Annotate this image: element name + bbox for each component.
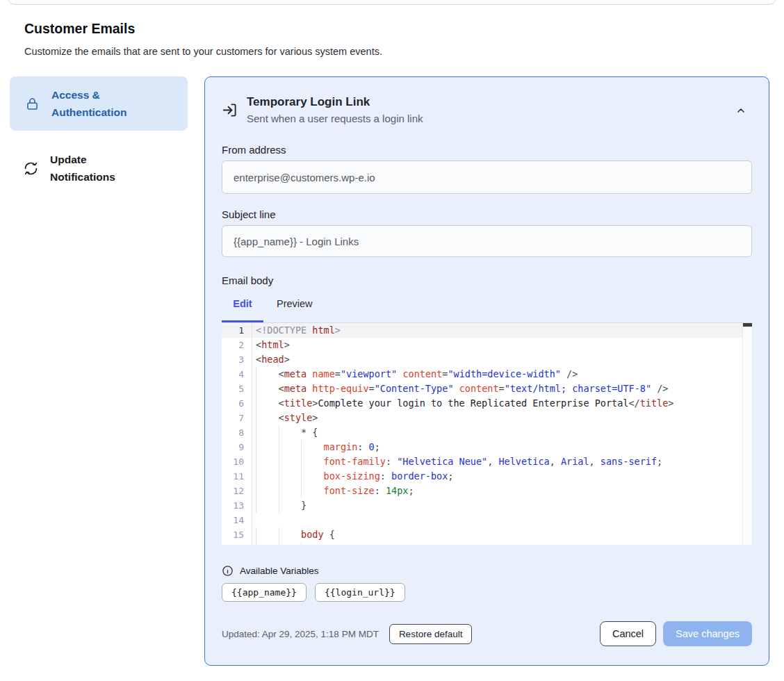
- line-code: background-color: #f8f9fb;: [252, 542, 743, 545]
- line-number: 3: [222, 352, 252, 367]
- code-line[interactable]: 3<head>: [222, 352, 743, 367]
- card-footer: Updated: Apr 29, 2025, 1:18 PM MDT Resto…: [222, 621, 752, 646]
- line-number: 9: [222, 440, 252, 454]
- code-line[interactable]: 6<title>Complete your login to the Repli…: [222, 396, 743, 411]
- code-line[interactable]: 14: [222, 513, 743, 527]
- updated-timestamp: Updated: Apr 29, 2025, 1:18 PM MDT: [222, 629, 379, 639]
- email-types-sidebar: Access & Authentication Update Notificat…: [10, 76, 188, 194]
- sidebar-item-update-notifications[interactable]: Update Notifications: [10, 142, 188, 194]
- line-code: margin: 0;: [252, 440, 743, 454]
- subject-line-label: Subject line: [222, 208, 752, 220]
- line-code: * {: [252, 425, 743, 440]
- line-number: 12: [222, 484, 252, 498]
- line-code: font-family: "Helvetica Neue", Helvetica…: [252, 454, 743, 469]
- code-line[interactable]: 9margin: 0;: [222, 440, 743, 454]
- code-editor[interactable]: 1<!DOCTYPE html>2<html>3<head>4<meta nam…: [222, 322, 752, 545]
- line-code: }: [252, 498, 743, 513]
- from-address-input[interactable]: [222, 161, 752, 194]
- code-line[interactable]: 13}: [222, 498, 743, 513]
- cut-off-container-above: [7, 0, 777, 5]
- tab-preview[interactable]: Preview: [277, 293, 313, 322]
- chevron-up-icon: [735, 105, 746, 116]
- line-number: 7: [222, 411, 252, 425]
- line-code: <html>: [252, 338, 743, 352]
- code-line[interactable]: 12font-size: 14px;: [222, 484, 743, 498]
- refresh-icon: [24, 161, 38, 176]
- code-line[interactable]: 10font-family: "Helvetica Neue", Helveti…: [222, 454, 743, 469]
- card-title: Temporary Login Link: [247, 94, 423, 110]
- line-code: <!DOCTYPE html>: [252, 323, 743, 338]
- card-subtitle: Sent when a user requests a login link: [247, 111, 423, 126]
- line-code: <style>: [252, 411, 743, 425]
- cancel-button[interactable]: Cancel: [600, 621, 656, 646]
- email-body-tabs: Edit Preview: [222, 293, 752, 322]
- line-code: <meta http-equiv="Content-Type" content=…: [252, 381, 743, 396]
- line-number: 13: [222, 498, 252, 513]
- sidebar-item-access-authentication[interactable]: Access & Authentication: [10, 76, 188, 131]
- restore-default-button[interactable]: Restore default: [389, 624, 473, 644]
- line-code: [252, 513, 743, 527]
- line-code: <title>Complete your login to the Replic…: [252, 396, 743, 411]
- code-editor-rows: 1<!DOCTYPE html>2<html>3<head>4<meta nam…: [222, 323, 743, 545]
- from-address-label: From address: [222, 144, 752, 156]
- temporary-login-link-card: Temporary Login Link Sent when a user re…: [204, 76, 769, 666]
- email-body-label: Email body: [222, 274, 752, 286]
- tab-edit[interactable]: Edit: [222, 293, 263, 322]
- lock-icon: [25, 97, 40, 111]
- subject-line-input[interactable]: [222, 225, 752, 257]
- variable-chip[interactable]: {{login_url}}: [315, 583, 405, 602]
- line-number: 5: [222, 381, 252, 396]
- variable-chip[interactable]: {{app_name}}: [222, 583, 307, 602]
- variable-chips: {{app_name}}{{login_url}}: [222, 583, 752, 602]
- code-line[interactable]: 11box-sizing: border-box;: [222, 469, 743, 484]
- save-changes-button[interactable]: Save changes: [663, 621, 752, 646]
- code-line[interactable]: 5<meta http-equiv="Content-Type" content…: [222, 381, 743, 396]
- line-code: box-sizing: border-box;: [252, 469, 743, 484]
- code-line[interactable]: 15body {: [222, 527, 743, 542]
- editor-scrollbar-thumb[interactable]: [743, 323, 752, 327]
- card-header: Temporary Login Link Sent when a user re…: [222, 94, 752, 126]
- editor-scrollbar[interactable]: [742, 323, 752, 545]
- page-subtitle: Customize the emails that are sent to yo…: [24, 46, 382, 57]
- code-line[interactable]: 4<meta name="viewport" content="width=de…: [222, 367, 743, 381]
- page-title: Customer Emails: [24, 21, 135, 37]
- line-code: body {: [252, 527, 743, 542]
- line-number: 4: [222, 367, 252, 381]
- line-number: 2: [222, 338, 252, 352]
- line-number: 14: [222, 513, 252, 527]
- code-line[interactable]: 1<!DOCTYPE html>: [222, 323, 743, 338]
- available-variables-row: Available Variables: [222, 565, 752, 577]
- line-number: 1: [222, 323, 252, 338]
- line-number: 8: [222, 425, 252, 440]
- line-code: font-size: 14px;: [252, 484, 743, 498]
- line-number: 6: [222, 396, 252, 411]
- line-number: 16: [222, 542, 252, 545]
- line-code: <meta name="viewport" content="width=dev…: [252, 367, 743, 381]
- available-variables-label: Available Variables: [240, 566, 319, 576]
- login-icon: [222, 102, 238, 118]
- code-line[interactable]: 7<style>: [222, 411, 743, 425]
- sidebar-item-label: Access & Authentication: [51, 86, 149, 121]
- code-line[interactable]: 8* {: [222, 425, 743, 440]
- line-code: <head>: [252, 352, 743, 367]
- code-line[interactable]: 16background-color: #f8f9fb;: [222, 542, 743, 545]
- line-number: 15: [222, 527, 252, 542]
- collapse-card-button[interactable]: [733, 102, 749, 119]
- line-number: 11: [222, 469, 252, 484]
- code-line[interactable]: 2<html>: [222, 338, 743, 352]
- info-icon[interactable]: [222, 565, 234, 577]
- line-number: 10: [222, 454, 252, 469]
- sidebar-item-label: Update Notifications: [50, 151, 147, 186]
